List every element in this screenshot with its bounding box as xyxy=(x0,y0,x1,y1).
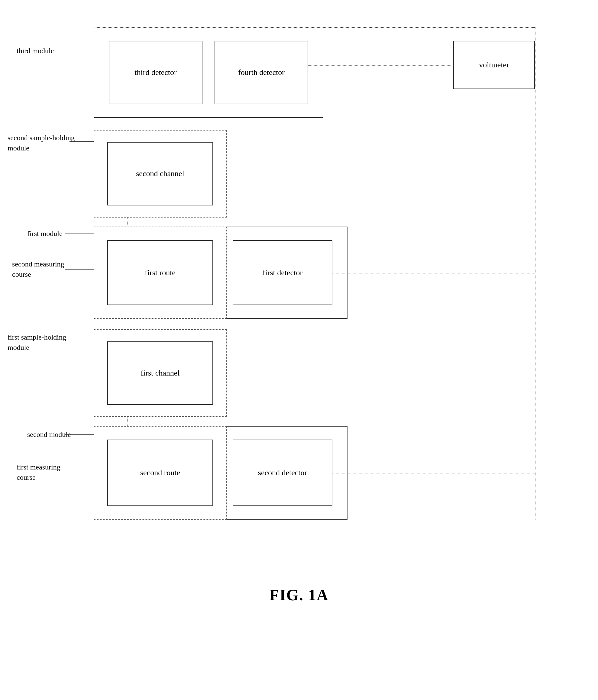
first-channel-label: first channel xyxy=(141,369,179,378)
arrow-first-sample xyxy=(70,341,94,341)
dotted-h-first-detector xyxy=(332,273,535,273)
first-sample-holding-label: first sample-holding module xyxy=(7,332,66,353)
dotted-h-second-detector xyxy=(332,473,535,473)
second-route-label: second route xyxy=(140,468,180,477)
figure-caption: FIG. 1A xyxy=(0,586,598,604)
fourth-detector-label: fourth detector xyxy=(238,68,285,77)
third-detector-box: third detector xyxy=(109,41,202,104)
third-detector-label: third detector xyxy=(134,68,176,77)
first-channel-box: first channel xyxy=(107,342,213,405)
voltmeter-box: voltmeter xyxy=(453,41,535,89)
second-detector-box: second detector xyxy=(233,440,332,506)
first-module-label: first module xyxy=(27,230,63,238)
arrow-third-module xyxy=(65,51,94,51)
arrow-first-measuring xyxy=(67,471,94,471)
second-detector-label: second detector xyxy=(258,468,307,477)
first-route-box: first route xyxy=(107,240,213,305)
second-channel-box: second channel xyxy=(107,142,213,205)
first-route-label: first route xyxy=(145,268,176,277)
dotted-h-top-third-module xyxy=(94,27,535,28)
arrow-first-module xyxy=(65,233,94,234)
second-sample-holding-label: second sample-holding module xyxy=(7,133,75,153)
second-route-box: second route xyxy=(107,440,213,506)
diagram-area: third detector fourth detector voltmeter… xyxy=(0,0,598,574)
second-measuring-course-label: second measuring course xyxy=(12,259,65,279)
arrow-second-measuring xyxy=(65,270,94,270)
first-detector-box: first detector xyxy=(233,240,332,305)
second-channel-label: second channel xyxy=(136,169,184,178)
fourth-detector-box: fourth detector xyxy=(215,41,308,104)
voltmeter-label: voltmeter xyxy=(479,60,509,70)
second-module-label: second module xyxy=(27,430,71,439)
dotted-h-fourth-to-voltmeter xyxy=(308,65,453,66)
arrow-second-module xyxy=(65,434,94,435)
third-module-label: third module xyxy=(17,47,54,55)
first-detector-label: first detector xyxy=(263,268,302,277)
first-measuring-course-label: first measuring course xyxy=(17,462,60,482)
dotted-v-right-main xyxy=(535,27,535,520)
